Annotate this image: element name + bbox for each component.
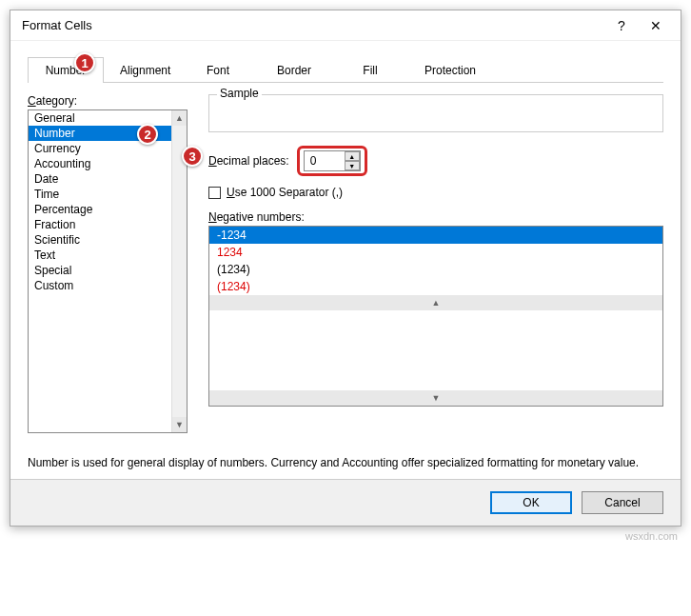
- category-listbox[interactable]: General Number 2 Currency Accounting Dat…: [28, 109, 188, 433]
- category-description: Number is used for general display of nu…: [28, 454, 663, 471]
- list-item[interactable]: (1234): [209, 278, 662, 295]
- ok-button[interactable]: OK: [490, 491, 572, 514]
- category-label: Category:: [28, 94, 77, 108]
- scroll-up-icon[interactable]: ▲: [172, 110, 187, 126]
- scrollbar[interactable]: ▲ ▼: [209, 295, 662, 310]
- tab-alignment[interactable]: Alignment: [104, 57, 180, 83]
- spin-down-icon[interactable]: ▼: [345, 161, 360, 170]
- cancel-button[interactable]: Cancel: [582, 491, 663, 514]
- dialog-footer: OK Cancel: [10, 479, 681, 526]
- list-item[interactable]: Number 2: [29, 126, 187, 141]
- list-item[interactable]: Text: [29, 248, 187, 263]
- window-title: Format Cells: [22, 18, 604, 32]
- list-item[interactable]: -1234: [209, 227, 662, 244]
- negative-numbers-label: Negative numbers:: [208, 210, 305, 224]
- callout-2: 2: [137, 124, 158, 145]
- thousands-separator-checkbox[interactable]: [208, 187, 221, 199]
- list-item[interactable]: General: [29, 110, 187, 126]
- list-item[interactable]: (1234): [209, 261, 662, 278]
- tab-fill[interactable]: Fill: [332, 57, 408, 83]
- list-item[interactable]: Time: [29, 187, 187, 202]
- sample-box: Sample: [208, 94, 663, 132]
- list-item[interactable]: Date: [29, 171, 187, 187]
- list-item[interactable]: Custom: [29, 278, 187, 293]
- tab-strip: Number 1 Alignment Font Border Fill Prot…: [28, 56, 663, 83]
- callout-3: 3: [182, 146, 203, 167]
- watermark: wsxdn.com: [10, 530, 681, 542]
- spin-up-icon[interactable]: ▲: [345, 151, 360, 161]
- list-item[interactable]: Currency: [29, 141, 187, 156]
- list-item[interactable]: Accounting: [29, 156, 187, 171]
- callout-1: 1: [74, 52, 95, 73]
- list-item[interactable]: Special: [29, 263, 187, 278]
- close-button[interactable]: ✕: [639, 14, 673, 37]
- decimal-places-label: Decimal places:: [208, 154, 289, 168]
- help-button[interactable]: ?: [604, 14, 639, 37]
- negative-numbers-listbox[interactable]: -1234 1234 (1234) (1234) ▲ ▼: [208, 226, 663, 407]
- sample-label: Sample: [217, 87, 262, 100]
- list-item[interactable]: Scientific: [29, 232, 187, 248]
- scroll-down-icon[interactable]: ▼: [172, 417, 187, 432]
- titlebar: Format Cells ? ✕: [10, 10, 681, 41]
- tab-border[interactable]: Border: [256, 57, 332, 83]
- format-cells-dialog: Format Cells ? ✕ Number 1 Alignment Font…: [10, 10, 681, 527]
- tab-number[interactable]: Number 1: [28, 57, 104, 83]
- decimal-highlight: ▲ ▼: [297, 146, 367, 176]
- scroll-up-icon[interactable]: ▲: [209, 295, 662, 310]
- thousands-separator-label: Use 1000 Separator (,): [227, 186, 343, 199]
- list-item[interactable]: 1234: [209, 244, 662, 261]
- tab-font[interactable]: Font: [180, 57, 256, 83]
- tab-protection[interactable]: Protection: [408, 57, 484, 83]
- scroll-down-icon[interactable]: ▼: [209, 390, 662, 406]
- list-item[interactable]: Percentage: [29, 202, 187, 217]
- list-item[interactable]: Fraction: [29, 217, 187, 232]
